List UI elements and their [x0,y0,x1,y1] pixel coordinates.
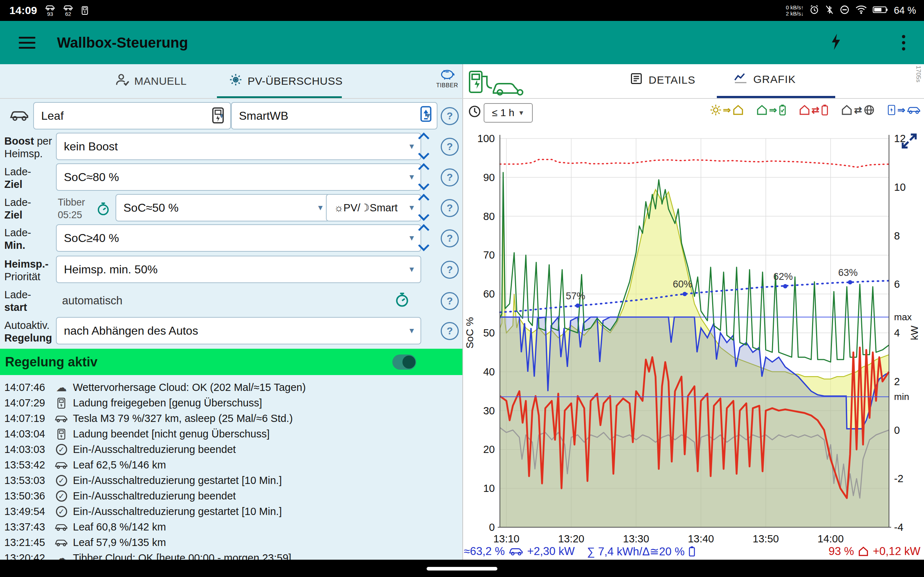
chevron-down-icon[interactable] [418,179,429,190]
svg-text:63%: 63% [838,267,858,278]
battery-icon [688,546,696,557]
help-button-ladeziel[interactable]: ? [441,168,459,187]
tab-grafik[interactable]: GRAFIK [734,72,796,86]
network-speed: 0 kB/s↑ 2 kB/s↓ [786,4,803,16]
car-icon [509,547,524,556]
ladeziel-select-value: SoC≈80 % [64,171,119,184]
help-button-device[interactable]: ? [441,107,459,125]
tab-pv-label: PV-ÜBERSCHUSS [247,75,342,87]
battery-percent: 64 % [894,5,916,16]
heimsp-prio-value: Heimsp. min. 50% [64,263,158,276]
wallbox-icon [57,397,66,409]
upload-arrow-icon: ↑ [801,4,804,10]
fullscreen-icon[interactable] [900,131,919,152]
log-time: 13:53:42 [4,459,52,471]
tibber-button[interactable]: TIBBER [433,68,461,89]
log-text: Leaf 57,9 %/135 km [73,537,166,548]
vehicle-select[interactable]: Leaf ▼ [33,102,231,129]
chevron-up-icon[interactable] [418,163,429,174]
chevron-down-icon[interactable] [418,210,429,221]
tab-pv-ueberschuss[interactable]: PV-ÜBERSCHUSS [229,73,342,89]
log-text: Ladung beendet [nicht genug Überschuss] [73,428,270,440]
pv-smart-mode-value: ☼PV/☽Smart [334,201,398,214]
chevron-down-icon: ▼ [317,203,324,212]
log-text: Ein-/Ausschaltreduzierung beendet [73,490,236,502]
flow-house-battery-bidirectional-icon: ⇄ [799,104,829,116]
log-time: 13:49:54 [4,506,52,517]
tab-manuell[interactable]: MANUELL [115,73,187,89]
chevron-down-icon[interactable] [418,148,429,160]
ladeziel-select[interactable]: SoC≈80 % ▼ [56,163,421,191]
help-button-boost[interactable]: ? [441,138,459,156]
help-button-ladestart[interactable]: ? [441,292,459,310]
help-button-autoaktiv[interactable]: ? [441,322,459,340]
charge-power-value: +2,30 kW [527,545,575,558]
chevron-down-icon: ▼ [518,109,525,117]
ladestart-value: automatisch [62,294,122,307]
autoaktiv-select[interactable]: nach Abhängen des Autos ▼ [56,317,421,344]
boost-select-value: kein Boost [64,140,118,153]
ladeziel-tibber-stepper[interactable] [418,195,430,219]
check-circle-icon: ✓ [56,444,67,455]
svg-text:20: 20 [483,443,495,455]
boost-stepper[interactable] [418,134,430,158]
home-battery-soc-value: 93 % [829,545,855,558]
chart-footer: ≈63,2 % +2,30 kW ∑ 7,4 kWh/Δ≅20 % 93 % +… [464,544,924,559]
flow-pv-to-house-icon: ⇒ [710,104,744,116]
log-row: 13:49:54✓Ein-/Ausschaltreduzierung gesta… [0,504,462,519]
chevron-up-icon[interactable] [418,193,429,205]
svg-text:8: 8 [894,230,900,242]
chevron-down-icon: ▼ [408,234,415,242]
heimsp-prio-select[interactable]: Heimsp. min. 50% ▼ [56,256,421,283]
svg-text:2: 2 [894,376,900,387]
help-button-tibber[interactable]: ? [441,199,459,217]
panel-divider [462,64,463,560]
log-time: 14:07:46 [4,382,52,393]
svg-text:0: 0 [894,424,900,436]
wallbox-app-icon[interactable] [419,105,433,125]
pv-smart-mode-select[interactable]: ☼PV/☽Smart ▼ [326,194,421,221]
chevron-down-icon[interactable] [418,240,429,251]
ladeziel-stepper[interactable] [418,165,430,189]
flow-house-grid-icon: ⇄ [841,104,875,116]
svg-text:13:40: 13:40 [688,533,714,545]
flash-icon[interactable] [830,33,842,52]
log-row: 14:03:04Ladung beendet [nicht genug Über… [0,426,462,442]
log-text: Ein-/Ausschaltreduzierung beendet [73,443,236,456]
dark-mode-icon[interactable] [864,34,880,51]
car-icon [55,414,68,423]
chevron-up-icon[interactable] [418,132,429,143]
autoaktiv-label: Autoaktiv.Regelung [4,319,52,344]
notif-wallbox-icon [81,6,89,15]
log-text: Ladung freigegeben [genug Überschuss] [73,397,262,409]
cloud-icon: ☁ [56,381,67,394]
help-button-lademin[interactable]: ? [441,229,459,247]
wallbox-icon [57,429,66,440]
soc-power-chart[interactable]: 57%60%62%63%0102030405060708090100121086… [464,127,924,545]
wallbox-select-value: SmartWB [239,109,288,122]
log-text: Ein-/Ausschaltreduzierung gestartet [10 … [73,475,282,487]
ladeziel-tibber-select[interactable]: SoC≈50 % ▼ [115,194,330,221]
lademin-select[interactable]: SoC≥40 % ▼ [56,224,421,252]
regelung-toggle[interactable] [393,355,416,370]
tibber-timer-icon[interactable] [96,202,110,218]
time-range-select[interactable]: ≤ 1 h ▼ [484,103,533,122]
log-text: Leaf 60,8 %/142 km [73,521,166,533]
ladeziel-tibber-value: SoC≈50 % [123,201,179,214]
overflow-menu-icon[interactable] [902,35,905,50]
ladestart-timer-icon[interactable] [394,292,410,309]
log-row: 14:07:29Ladung freigegeben [genug Übersc… [0,395,462,411]
tab-details[interactable]: DETAILS [630,72,696,88]
log-row: 13:37:43Leaf 60,8 %/142 km [0,519,462,535]
nav-handle[interactable] [426,567,498,571]
boost-select[interactable]: kein Boost ▼ [56,133,421,160]
lademin-stepper[interactable] [418,226,430,250]
wallbox-icon [211,107,225,126]
help-button-prio[interactable]: ? [441,261,459,279]
log-text: Leaf 62,5 %/146 km [73,459,166,471]
menu-icon[interactable] [19,37,36,49]
chevron-up-icon[interactable] [418,224,429,235]
home-power-value: +0,12 kW [873,545,921,558]
wallbox-select[interactable]: SmartWB ▼ [231,102,438,129]
svg-text:13:50: 13:50 [753,533,779,545]
